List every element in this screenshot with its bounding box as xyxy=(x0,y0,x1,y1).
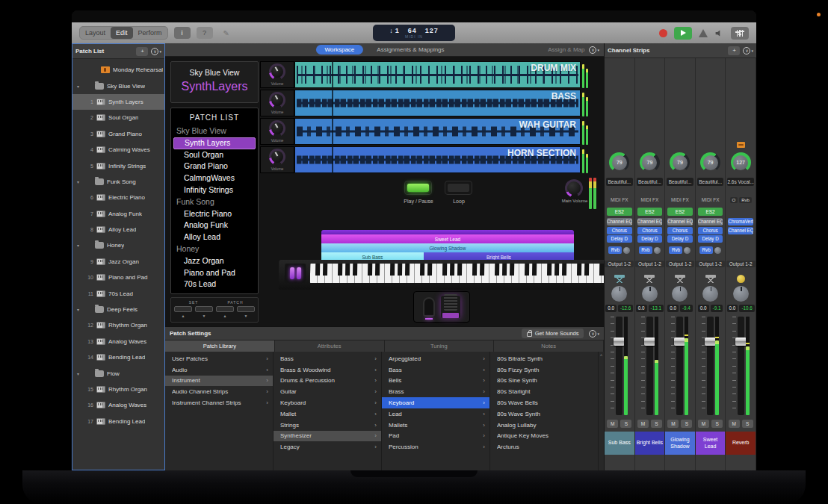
patch-up-button[interactable] xyxy=(237,306,255,312)
volume-fader[interactable] xyxy=(738,317,744,415)
insert-effect-slot[interactable]: Delay D xyxy=(667,235,693,243)
library-item[interactable]: Drums & Percussion› xyxy=(274,376,381,387)
help-button[interactable]: ? xyxy=(197,27,213,39)
library-item[interactable]: Antique Key Moves xyxy=(490,431,598,442)
fader-cap[interactable] xyxy=(674,337,685,346)
send-slot[interactable]: Rvb xyxy=(608,246,622,254)
record-button[interactable] xyxy=(659,29,667,37)
library-scrollbar[interactable]: ˄ xyxy=(599,352,604,470)
mute-button[interactable]: M xyxy=(729,420,740,428)
patch-list-item[interactable]: 9 Jazz Organ xyxy=(72,254,164,270)
patch-list-item[interactable]: 5 Infinity Strings xyxy=(72,158,164,173)
onscreen-patch-item[interactable]: 70s Lead xyxy=(173,279,256,290)
solo-button[interactable]: S xyxy=(681,420,692,428)
workspace-action-menu[interactable]: ∨▾ xyxy=(589,46,599,54)
patch-list-item[interactable]: 17 Bending Lead xyxy=(72,414,164,429)
library-item[interactable]: Mallet› xyxy=(274,408,381,420)
send-knob[interactable] xyxy=(623,247,630,254)
patch-list-item[interactable]: ▾ Funk Song xyxy=(72,174,164,190)
library-item[interactable]: Instrument Channel Strips› xyxy=(165,397,273,408)
send-knob[interactable] xyxy=(654,247,661,254)
pan-knob[interactable] xyxy=(672,286,688,302)
patch-list-item[interactable]: 15 Rhythm Organ xyxy=(72,382,164,397)
monitor-info-button[interactable]: i xyxy=(174,27,191,39)
patch-list-item[interactable]: 12 Rhythm Organ xyxy=(72,317,164,333)
mode-button[interactable]: Perform xyxy=(133,27,167,39)
pitch-mod-wheels[interactable] xyxy=(285,264,306,283)
library-item[interactable]: Bells› xyxy=(382,376,489,387)
library-item[interactable]: Arcturus xyxy=(490,441,598,452)
instrument-slot[interactable]: ES2 xyxy=(637,208,663,216)
library-item[interactable]: Pad› xyxy=(382,431,489,442)
onscreen-patch-item[interactable]: Electric Piano xyxy=(173,208,256,220)
library-item[interactable]: Arpeggiated› xyxy=(382,353,489,364)
library-item[interactable]: Analog Lullaby xyxy=(490,420,598,431)
library-item[interactable]: Synthesizer› xyxy=(274,431,381,442)
strip-name-label[interactable]: Glowing Shadow xyxy=(665,432,695,455)
master-levels-button[interactable] xyxy=(731,27,749,40)
library-item[interactable]: Instrument› xyxy=(165,376,273,387)
patch-list-item[interactable]: Monday Rehearsal xyxy=(72,62,164,78)
onscreen-patch-item[interactable]: Analog Funk xyxy=(173,220,256,231)
insert-effect-slot[interactable]: Chorus xyxy=(698,227,723,234)
smart-control-knob[interactable]: 79 xyxy=(700,152,720,172)
onscreen-patch-item[interactable]: Grand Piano xyxy=(173,161,256,172)
play-button[interactable] xyxy=(674,27,692,40)
patch-settings-action-menu[interactable]: ∨▾ xyxy=(589,330,599,337)
onscreen-patch-item[interactable]: Funk Song xyxy=(173,196,256,208)
library-item[interactable]: Legacy› xyxy=(274,441,381,452)
waveform-display[interactable]: DRUM MIX xyxy=(294,61,581,88)
insert-effect-slot[interactable]: Delay D xyxy=(607,235,632,243)
output-slot[interactable]: Output 1-2 xyxy=(696,261,725,267)
pan-knob[interactable] xyxy=(642,286,658,302)
instrument-slot[interactable]: ES2 xyxy=(667,208,693,216)
library-item[interactable]: Mallets› xyxy=(382,420,489,431)
strip-name-label[interactable]: Reverb xyxy=(726,432,756,455)
output-slot[interactable]: Output 1-2 xyxy=(635,261,664,267)
library-item[interactable]: 80s Sine Synth xyxy=(490,376,598,387)
fader-cap[interactable] xyxy=(644,337,655,346)
patch-list-item[interactable]: 2 Soul Organ xyxy=(72,110,164,125)
output-slot[interactable]: Output 1-2 xyxy=(666,261,695,267)
mode-button[interactable]: Edit xyxy=(111,27,133,39)
solo-button[interactable]: S xyxy=(651,420,662,428)
mute-button[interactable]: M xyxy=(607,420,618,428)
mode-button[interactable]: Layout xyxy=(80,27,111,39)
send-slot[interactable]: Rvb xyxy=(669,246,682,254)
patch-settings-tab[interactable]: Patch Library xyxy=(165,340,275,352)
add-patch-button[interactable]: + xyxy=(136,47,148,56)
disclosure-triangle-icon[interactable]: ▾ xyxy=(77,371,83,376)
disclosure-triangle-icon[interactable]: ▾ xyxy=(77,307,83,312)
patch-list-item[interactable]: ▾ Sky Blue View xyxy=(72,78,164,93)
pan-knob[interactable] xyxy=(733,286,749,302)
mute-button[interactable]: M xyxy=(698,420,709,428)
onscreen-patch-item[interactable]: Alloy Lead xyxy=(173,231,256,243)
onscreen-patch-item[interactable]: Synth Layers xyxy=(173,137,256,149)
pan-knob[interactable] xyxy=(611,286,627,302)
onscreen-patch-item[interactable]: Piano and Pad xyxy=(173,267,256,279)
insert-effect-slot[interactable]: Delay D xyxy=(637,235,663,243)
library-item[interactable]: Guitar› xyxy=(274,386,381,397)
patch-down-button[interactable] xyxy=(216,306,234,312)
fader-cap[interactable] xyxy=(705,337,716,346)
library-item[interactable]: Audio Channel Strips› xyxy=(165,386,273,397)
add-channel-strip-button[interactable]: + xyxy=(728,46,740,55)
sustain-pedal[interactable] xyxy=(441,296,460,318)
midi-activity-display[interactable]: ↓1 64 127 MIDI IN xyxy=(373,25,455,41)
set-up-arrow[interactable]: ▲ xyxy=(174,314,192,318)
patch-list-item[interactable]: 3 Grand Piano xyxy=(72,126,164,142)
instrument-slot[interactable]: ES2 xyxy=(607,208,632,216)
channel-strips-action-menu[interactable]: ∨▾ xyxy=(743,47,753,55)
instrument-slot[interactable]: ES2 xyxy=(698,208,723,216)
patch-list-action-menu[interactable]: ∨▾ xyxy=(151,48,161,55)
workspace-tab[interactable]: Assignments & Mappings xyxy=(368,45,453,55)
set-up-button[interactable] xyxy=(195,306,213,312)
library-item[interactable]: 80s Starlight xyxy=(490,386,598,397)
track-volume-knob[interactable] xyxy=(269,149,285,165)
patch-list-item[interactable]: 11 70s Lead xyxy=(72,285,164,301)
patch-settings-tab[interactable]: Notes xyxy=(494,340,604,352)
track-volume-knob[interactable] xyxy=(269,120,285,137)
disclosure-triangle-icon[interactable]: ▾ xyxy=(77,84,83,89)
set-down-button[interactable] xyxy=(174,306,192,312)
mute-button[interactable]: M xyxy=(637,420,649,428)
